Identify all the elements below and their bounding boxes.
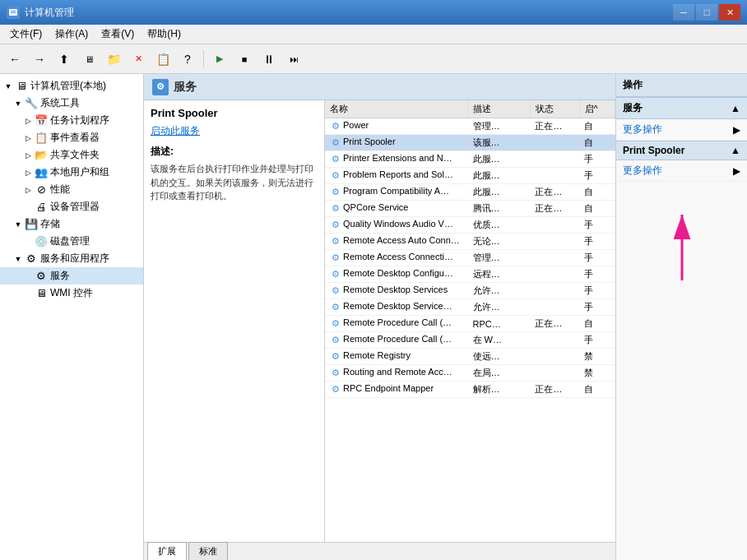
tree-task-scheduler[interactable]: ▷ 📅 任务计划程序 xyxy=(0,112,143,129)
service-list[interactable]: 名称 描述 状态 启^ ⚙Power 管理… 正在… 自 ⚙Print Spoo… xyxy=(325,100,615,542)
expand-icon[interactable]: ▷ xyxy=(23,133,33,143)
start-service-link[interactable]: 启动此服务 xyxy=(151,124,318,138)
col-start-header[interactable]: 启^ xyxy=(579,100,615,118)
back-button[interactable]: ← xyxy=(3,48,26,71)
actions-services-more-text: 更多操作 xyxy=(623,123,662,137)
tree-performance[interactable]: ▷ ⊘ 性能 xyxy=(0,181,143,198)
actions-panel: 操作 服务 ▲ 更多操作 ▶ Print Spooler ▲ 更多操作 ▶ xyxy=(615,74,747,560)
tree-task-label: 任务计划程序 xyxy=(50,113,109,127)
minimize-button[interactable]: ─ xyxy=(673,4,694,21)
tab-expand[interactable]: 扩展 xyxy=(147,542,187,560)
tree-local-users[interactable]: ▷ 👥 本地用户和组 xyxy=(0,164,143,181)
table-row[interactable]: ⚙Remote Desktop Service… 允许… 手 xyxy=(325,299,615,316)
maximize-button[interactable]: □ xyxy=(696,4,717,21)
expand-icon[interactable] xyxy=(23,237,33,247)
forward-button[interactable]: → xyxy=(28,48,51,71)
table-row[interactable]: ⚙Problem Reports and Sol… 此服… 手 xyxy=(325,168,615,184)
tree-event-label: 事件查看器 xyxy=(50,131,100,145)
service-status-cell xyxy=(530,299,579,316)
table-row[interactable]: ⚙Remote Desktop Configu… 远程… 手 xyxy=(325,266,615,283)
menu-view[interactable]: 查看(V) xyxy=(95,25,141,43)
play-button[interactable]: ▶ xyxy=(208,48,231,71)
service-name-cell: ⚙Remote Desktop Service… xyxy=(325,299,468,316)
tree-wmi[interactable]: 🖥 WMI 控件 xyxy=(0,285,143,302)
pause-button[interactable]: ⏸ xyxy=(258,48,281,71)
service-status-cell xyxy=(530,168,579,184)
service-desc-cell: 此服… xyxy=(468,168,531,184)
col-name-header[interactable]: 名称 xyxy=(325,100,468,118)
expand-icon[interactable]: ▼ xyxy=(13,220,23,229)
menu-help[interactable]: 帮助(H) xyxy=(141,25,188,43)
service-status-cell: 正在… xyxy=(530,184,579,201)
service-start-cell: 手 xyxy=(579,266,615,283)
expand-icon[interactable] xyxy=(23,271,33,281)
table-row[interactable]: ⚙Printer Extensions and N… 此服… 手 xyxy=(325,151,615,168)
menu-action[interactable]: 操作(A) xyxy=(49,25,95,43)
table-row[interactable]: ⚙QPCore Service 腾讯… 正在… 自 xyxy=(325,201,615,217)
col-desc-header[interactable]: 描述 xyxy=(468,100,531,118)
service-row-icon: ⚙ xyxy=(330,384,341,396)
tree-event-viewer[interactable]: ▷ 📋 事件查看器 xyxy=(0,129,143,146)
tree-services-label: 服务 xyxy=(50,269,70,283)
table-row[interactable]: ⚙Power 管理… 正在… 自 xyxy=(325,118,615,135)
expand-icon[interactable]: ▷ xyxy=(23,168,33,178)
delete-button[interactable]: ✕ xyxy=(127,48,150,71)
service-table: 名称 描述 状态 启^ ⚙Power 管理… 正在… 自 ⚙Print Spoo… xyxy=(325,100,615,398)
help-button[interactable]: ? xyxy=(176,48,199,71)
service-name-cell: ⚙Printer Extensions and N… xyxy=(325,151,468,168)
expand-icon[interactable]: ▷ xyxy=(23,150,33,160)
tree-root[interactable]: ▼ 🖥 计算机管理(本地) xyxy=(0,77,143,95)
service-start-cell: 自 xyxy=(579,118,615,135)
tree-storage[interactable]: ▼ 💾 存储 xyxy=(0,215,143,233)
svg-rect-2 xyxy=(11,11,16,12)
tree-shared-folders[interactable]: ▷ 📂 共享文件夹 xyxy=(0,146,143,164)
tab-standard[interactable]: 标准 xyxy=(188,542,228,560)
table-row[interactable]: ⚙Remote Registry 使远… 禁 xyxy=(325,349,615,365)
tree-services[interactable]: ⚙ 服务 xyxy=(0,267,143,285)
tree-disk-mgmt[interactable]: 💿 磁盘管理 xyxy=(0,233,143,250)
properties-button[interactable]: 📋 xyxy=(151,48,174,71)
users-icon: 👥 xyxy=(35,166,48,179)
expand-icon[interactable] xyxy=(23,289,33,299)
service-name-cell: ⚙Problem Reports and Sol… xyxy=(325,168,468,184)
table-row[interactable]: ⚙Quality Windows Audio V… 优质… 手 xyxy=(325,217,615,234)
table-row[interactable]: ⚙Program Compatibility A… 此服… 正在… 自 xyxy=(325,184,615,201)
tree-users-label: 本地用户和组 xyxy=(50,165,109,179)
table-row[interactable]: ⚙Remote Access Connecti… 管理… 手 xyxy=(325,250,615,266)
table-row[interactable]: ⚙Remote Procedure Call (… 在 W… 手 xyxy=(325,332,615,349)
table-row[interactable]: ⚙Remote Procedure Call (… RPC… 正在… 自 xyxy=(325,316,615,332)
actions-print-more[interactable]: 更多操作 ▶ xyxy=(616,160,747,182)
menu-file[interactable]: 文件(F) xyxy=(3,25,49,43)
service-row-icon: ⚙ xyxy=(330,318,341,330)
service-status-cell: 正在… xyxy=(530,316,579,332)
table-row[interactable]: ⚙Remote Access Auto Conn… 无论… 手 xyxy=(325,234,615,250)
expand-icon[interactable]: ▼ xyxy=(3,81,13,91)
expand-icon[interactable] xyxy=(23,202,33,212)
tree-device-manager[interactable]: 🖨 设备管理器 xyxy=(0,198,143,215)
desc-text: 该服务在后台执行打印作业并处理与打印机的交互。如果关闭该服务，则无法进行打印或查… xyxy=(151,162,318,203)
col-status-header[interactable]: 状态 xyxy=(530,100,579,118)
tree-panel: ▼ 🖥 计算机管理(本地) ▼ 🔧 系统工具 ▷ 📅 任务计划程序 ▷ 📋 事件… xyxy=(0,74,144,560)
table-row[interactable]: ⚙Print Spooler 该服… 自 xyxy=(325,135,615,151)
expand-icon[interactable]: ▷ xyxy=(23,116,33,126)
table-row[interactable]: ⚙RPC Endpoint Mapper 解析… 正在… 自 xyxy=(325,382,615,398)
expand-icon[interactable]: ▷ xyxy=(23,185,33,195)
table-row[interactable]: ⚙Remote Desktop Services 允许… 手 xyxy=(325,283,615,299)
tree-system-tools[interactable]: ▼ 🔧 系统工具 xyxy=(0,95,143,112)
expand-icon[interactable]: ▼ xyxy=(13,99,23,109)
skip-button[interactable]: ⏭ xyxy=(282,48,305,71)
close-button[interactable]: ✕ xyxy=(719,4,740,21)
tree-services-apps[interactable]: ▼ ⚙ 服务和应用程序 xyxy=(0,250,143,267)
up-button[interactable]: ⬆ xyxy=(53,48,76,71)
split-view: Print Spooler 启动此服务 描述: 该服务在后台执行打印作业并处理与… xyxy=(144,100,615,542)
expand-icon[interactable]: ▼ xyxy=(13,254,23,264)
actions-services-more[interactable]: 更多操作 ▶ xyxy=(616,119,747,141)
actions-print-more-arrow: ▶ xyxy=(733,165,740,177)
service-start-cell: 自 xyxy=(579,184,615,201)
service-desc-cell: 优质… xyxy=(468,217,531,234)
folder-button[interactable]: 📁 xyxy=(102,48,125,71)
service-desc-cell: 此服… xyxy=(468,151,531,168)
stop-button[interactable]: ■ xyxy=(233,48,256,71)
table-row[interactable]: ⚙Routing and Remote Acc… 在局… 禁 xyxy=(325,365,615,382)
show-hide-button[interactable]: 🖥 xyxy=(77,48,100,71)
